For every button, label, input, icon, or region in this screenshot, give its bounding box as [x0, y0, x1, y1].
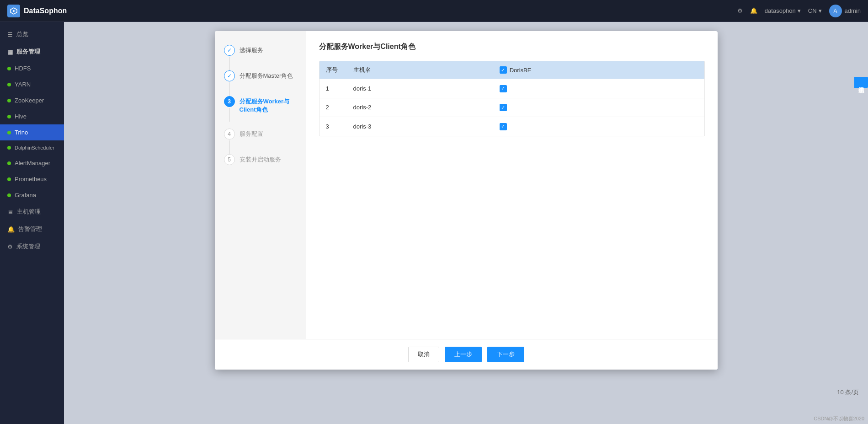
col-dorisbe-checkbox[interactable]: ✓	[500, 66, 507, 74]
app-name: DataSophon	[24, 7, 67, 15]
step-3-circle: 3	[224, 96, 235, 107]
sidebar-item-grafana[interactable]: Grafana	[0, 187, 64, 203]
row-checkbox[interactable]: ✓	[500, 104, 507, 111]
sidebar-item-trino[interactable]: Trino	[0, 124, 64, 140]
dolphin-status-dot	[7, 146, 11, 150]
dialog-body: ✓ 选择服务 ✓ 分配服务Master角色 3 分配服务Worker与Clien…	[215, 31, 718, 339]
roles-table: 序号 主机名 ✓ DorisBE	[320, 61, 704, 136]
alert-mgmt-icon: 🔔	[7, 226, 15, 233]
sidebar-item-prometheus[interactable]: Prometheus	[0, 171, 64, 187]
add-role-group-button[interactable]: 添加角色组	[854, 77, 868, 88]
step-2: ✓ 分配服务Master角色	[224, 70, 297, 81]
row-checkbox[interactable]: ✓	[500, 123, 507, 130]
nav-actions: ⚙ 🔔 datasophon ▾ CN ▾ A admin	[737, 5, 861, 17]
svg-point-1	[13, 10, 15, 12]
user-avatar[interactable]: A admin	[829, 5, 861, 17]
main-layout: ☰ 总览 ▦ 服务管理 HDFS YARN ZooKeeper Hive Tri…	[0, 22, 868, 424]
step-2-circle: ✓	[224, 70, 235, 81]
dialog: ✓ 选择服务 ✓ 分配服务Master角色 3 分配服务Worker与Clien…	[215, 31, 718, 370]
cell-index: 3	[320, 117, 347, 136]
app-logo: DataSophon	[7, 5, 67, 17]
hdfs-status-dot	[7, 67, 11, 70]
cell-hostname: doris-3	[347, 117, 493, 136]
sidebar-item-yarn[interactable]: YARN	[0, 76, 64, 92]
sidebar-item-service-mgmt[interactable]: ▦ 服务管理	[0, 43, 64, 60]
settings-icon[interactable]: ⚙	[737, 7, 743, 14]
zookeeper-status-dot	[7, 99, 11, 102]
sys-mgmt-icon: ⚙	[7, 243, 13, 250]
col-index: 序号	[320, 61, 347, 79]
watermark: CSDN@不以物喜2020	[814, 415, 864, 422]
step-3: 3 分配服务Worker与Client角色	[224, 96, 297, 114]
sidebar-item-zookeeper[interactable]: ZooKeeper	[0, 92, 64, 108]
roles-table-container: 序号 主机名 ✓ DorisBE	[319, 61, 705, 136]
step-1-label: 选择服务	[240, 45, 263, 54]
prometheus-status-dot	[7, 177, 11, 181]
dialog-title: 分配服务Worker与Client角色	[319, 42, 705, 52]
bell-icon[interactable]: 🔔	[750, 7, 757, 14]
step-5: 5 安装并启动服务	[224, 154, 297, 165]
col-dorisbe: ✓ DorisBE	[493, 61, 704, 79]
step-4: 4 服务配置	[224, 129, 297, 140]
steps-panel: ✓ 选择服务 ✓ 分配服务Master角色 3 分配服务Worker与Clien…	[215, 31, 306, 339]
host-mgmt-icon: 🖥	[7, 209, 13, 215]
sidebar-item-host-mgmt[interactable]: 🖥 主机管理	[0, 203, 64, 220]
sidebar-item-alert-mgmt[interactable]: 🔔 告警管理	[0, 220, 64, 238]
pagination-info: 10 条/页	[837, 388, 859, 397]
main-content-area: 分配服务Worker与Client角色 序号 主机名 ✓	[306, 31, 718, 339]
trino-status-dot	[7, 131, 11, 134]
col-hostname: 主机名	[347, 61, 493, 79]
step-4-circle: 4	[224, 129, 235, 140]
step-2-label: 分配服务Master角色	[240, 70, 293, 80]
step-1-circle: ✓	[224, 45, 235, 56]
alertmgr-status-dot	[7, 161, 11, 165]
table-row: 2 doris-2 ✓	[320, 98, 704, 117]
dialog-footer: 取消 上一步 下一步	[215, 339, 718, 370]
sidebar: ☰ 总览 ▦ 服务管理 HDFS YARN ZooKeeper Hive Tri…	[0, 22, 64, 424]
user-dropdown[interactable]: datasophon ▾	[765, 7, 801, 14]
cell-index: 2	[320, 98, 347, 117]
table-row: 1 doris-1 ✓	[320, 79, 704, 98]
lang-dropdown[interactable]: CN ▾	[808, 7, 822, 14]
sidebar-item-overview[interactable]: ☰ 总览	[0, 26, 64, 43]
grafana-status-dot	[7, 193, 11, 197]
step-4-label: 服务配置	[240, 129, 263, 138]
table-row: 3 doris-3 ✓	[320, 117, 704, 136]
next-button[interactable]: 下一步	[487, 347, 524, 362]
sidebar-item-dolphinscheduler[interactable]: DolphinScheduler	[0, 140, 64, 155]
prev-button[interactable]: 上一步	[445, 347, 482, 362]
cell-checkbox[interactable]: ✓	[493, 98, 704, 117]
cell-index: 1	[320, 79, 347, 98]
cell-checkbox[interactable]: ✓	[493, 79, 704, 98]
hive-status-dot	[7, 115, 11, 118]
sidebar-item-hdfs[interactable]: HDFS	[0, 60, 64, 76]
service-mgmt-icon: ▦	[7, 48, 13, 55]
cell-hostname: doris-2	[347, 98, 493, 117]
logo-icon	[7, 5, 20, 17]
overview-icon: ☰	[7, 31, 13, 38]
step-5-circle: 5	[224, 154, 235, 165]
cell-hostname: doris-1	[347, 79, 493, 98]
row-checkbox[interactable]: ✓	[500, 85, 507, 92]
step-5-label: 安装并启动服务	[240, 154, 281, 164]
step-1: ✓ 选择服务	[224, 45, 297, 56]
yarn-status-dot	[7, 83, 11, 86]
step-3-label: 分配服务Worker与Client角色	[240, 96, 297, 114]
sidebar-item-hive[interactable]: Hive	[0, 108, 64, 124]
sidebar-item-sys-mgmt[interactable]: ⚙ 系统管理	[0, 238, 64, 255]
cell-checkbox[interactable]: ✓	[493, 117, 704, 136]
cancel-button[interactable]: 取消	[408, 347, 439, 362]
content-area: ✓ 选择服务 ✓ 分配服务Master角色 3 分配服务Worker与Clien…	[64, 22, 868, 424]
sidebar-item-alertmanager[interactable]: AlertManager	[0, 155, 64, 171]
top-nav: DataSophon ⚙ 🔔 datasophon ▾ CN ▾ A admin	[0, 0, 868, 22]
